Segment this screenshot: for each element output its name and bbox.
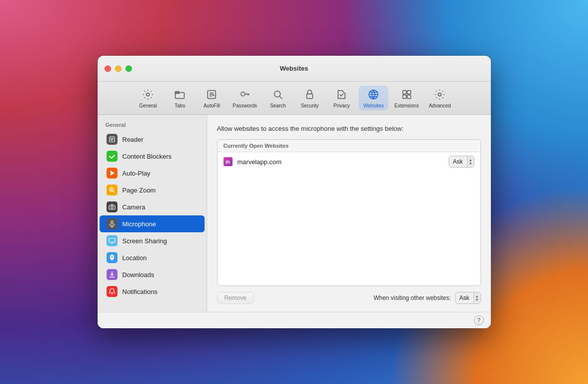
- help-button[interactable]: ?: [474, 315, 484, 325]
- detail-pane: Allow websites to access the microphone …: [207, 115, 491, 312]
- site-name: marvelapp.com: [237, 158, 444, 166]
- sidebar-item-downloads-label: Downloads: [122, 271, 154, 279]
- window-title: Websites: [280, 65, 308, 72]
- toolbar-item-advanced[interactable]: Advanced: [425, 86, 455, 110]
- traffic-lights: [105, 65, 132, 72]
- sidebar-item-camera[interactable]: Camera: [100, 198, 205, 215]
- security-icon: [303, 88, 317, 101]
- page-zoom-icon: [107, 185, 118, 195]
- search-label: Search: [270, 103, 286, 108]
- reader-icon: [107, 134, 118, 145]
- sidebar-item-location[interactable]: Location: [100, 249, 205, 266]
- svg-rect-19: [407, 95, 411, 98]
- arrow-up: ▲: [469, 158, 472, 162]
- sidebar-item-content-blockers-label: Content Blockers: [122, 153, 172, 160]
- svg-rect-13: [307, 94, 313, 98]
- detail-description: Allow websites to access the microphone …: [217, 125, 481, 132]
- passwords-label: Passwords: [233, 103, 257, 108]
- svg-line-12: [280, 96, 282, 99]
- websites-icon: [366, 88, 380, 101]
- permission-value: Ask: [449, 158, 467, 165]
- table-row: m marvelapp.com Ask ▲ ▼: [218, 152, 480, 171]
- camera-icon: [107, 201, 118, 212]
- sidebar-item-reader[interactable]: Reader: [100, 131, 205, 148]
- auto-play-icon: [107, 168, 118, 179]
- svg-point-0: [146, 93, 149, 96]
- sidebar-item-auto-play-label: Auto-Play: [122, 170, 150, 177]
- svg-rect-16: [403, 91, 406, 94]
- sidebar-item-microphone-label: Microphone: [122, 220, 156, 228]
- passwords-icon: [238, 88, 252, 101]
- svg-point-7: [241, 92, 245, 96]
- permission-dropdown[interactable]: Ask ▲ ▼: [449, 156, 474, 168]
- tabs-label: Tabs: [175, 103, 185, 108]
- extensions-label: Extensions: [394, 103, 419, 108]
- tabs-icon: [173, 88, 187, 101]
- general-icon: [141, 88, 155, 101]
- sidebar-item-page-zoom-label: Page Zoom: [122, 187, 156, 194]
- svg-point-20: [438, 93, 441, 96]
- notifications-icon: [107, 286, 118, 297]
- svg-point-31: [111, 206, 113, 208]
- toolbar-item-search[interactable]: Search: [263, 86, 293, 110]
- svg-point-11: [274, 91, 280, 97]
- content-blockers-icon: [107, 151, 118, 162]
- minimize-button[interactable]: [115, 65, 121, 72]
- toolbar-item-security[interactable]: Security: [295, 86, 325, 110]
- downloads-icon: [107, 269, 118, 280]
- toolbar-item-autofill[interactable]: AutoFill: [197, 86, 227, 110]
- sidebar-item-screen-sharing-label: Screen Sharing: [122, 237, 167, 245]
- toolbar: General Tabs AutoFill: [98, 82, 491, 115]
- autofill-label: AutoFill: [204, 103, 220, 108]
- svg-rect-18: [403, 95, 406, 98]
- sidebar-item-auto-play[interactable]: Auto-Play: [100, 165, 205, 182]
- detail-footer: Remove When visiting other websites: Ask…: [217, 292, 481, 304]
- svg-line-27: [113, 191, 115, 193]
- sidebar: General Reader Content Blockers Auto-Pla…: [98, 115, 207, 312]
- advanced-label: Advanced: [429, 103, 451, 108]
- footer-permission-arrows: ▲ ▼: [473, 292, 480, 303]
- close-button[interactable]: [105, 65, 111, 72]
- permission-arrows: ▲ ▼: [467, 156, 474, 167]
- websites-table: Currently Open Websites m marvelapp.com …: [217, 139, 481, 286]
- table-body: m marvelapp.com Ask ▲ ▼: [218, 152, 480, 286]
- sidebar-group-label: General: [98, 120, 207, 131]
- toolbar-item-websites[interactable]: Websites: [358, 86, 388, 110]
- toolbar-item-passwords[interactable]: Passwords: [229, 86, 261, 110]
- remove-button[interactable]: Remove: [217, 292, 254, 304]
- toolbar-item-tabs[interactable]: Tabs: [165, 86, 195, 110]
- advanced-icon: [433, 88, 447, 101]
- sidebar-item-notifications[interactable]: Notifications: [100, 283, 205, 300]
- sidebar-item-reader-label: Reader: [122, 136, 144, 143]
- svg-rect-35: [109, 238, 115, 242]
- sidebar-item-microphone[interactable]: Microphone: [100, 215, 205, 232]
- footer-label: When visiting other websites:: [373, 294, 451, 301]
- toolbar-item-extensions[interactable]: Extensions: [390, 86, 423, 110]
- sidebar-item-camera-label: Camera: [122, 203, 145, 211]
- general-label: General: [139, 103, 157, 108]
- sidebar-item-page-zoom[interactable]: Page Zoom: [100, 182, 205, 198]
- sidebar-item-content-blockers[interactable]: Content Blockers: [100, 148, 205, 165]
- sidebar-item-notifications-label: Notifications: [122, 288, 158, 295]
- sidebar-item-location-label: Location: [122, 254, 147, 262]
- svg-rect-32: [111, 221, 113, 224]
- privacy-icon: [335, 88, 349, 101]
- sidebar-item-downloads[interactable]: Downloads: [100, 266, 205, 283]
- toolbar-item-general[interactable]: General: [133, 86, 163, 110]
- microphone-icon: [107, 218, 118, 229]
- site-favicon: m: [224, 157, 233, 166]
- security-label: Security: [301, 103, 319, 108]
- location-icon: [107, 252, 118, 263]
- sidebar-item-screen-sharing[interactable]: Screen Sharing: [100, 232, 205, 249]
- maximize-button[interactable]: [125, 65, 132, 72]
- toolbar-item-privacy[interactable]: Privacy: [327, 86, 356, 110]
- svg-rect-17: [407, 91, 411, 94]
- extensions-icon: [400, 88, 414, 101]
- footer-permission-value: Ask: [456, 294, 473, 301]
- autofill-icon: [205, 88, 219, 101]
- svg-marker-25: [111, 171, 115, 176]
- footer-permission-dropdown[interactable]: Ask ▲ ▼: [455, 292, 481, 304]
- websites-label: Websites: [363, 103, 384, 108]
- footer-arrow-up: ▲: [475, 294, 479, 298]
- screen-sharing-icon: [107, 235, 118, 246]
